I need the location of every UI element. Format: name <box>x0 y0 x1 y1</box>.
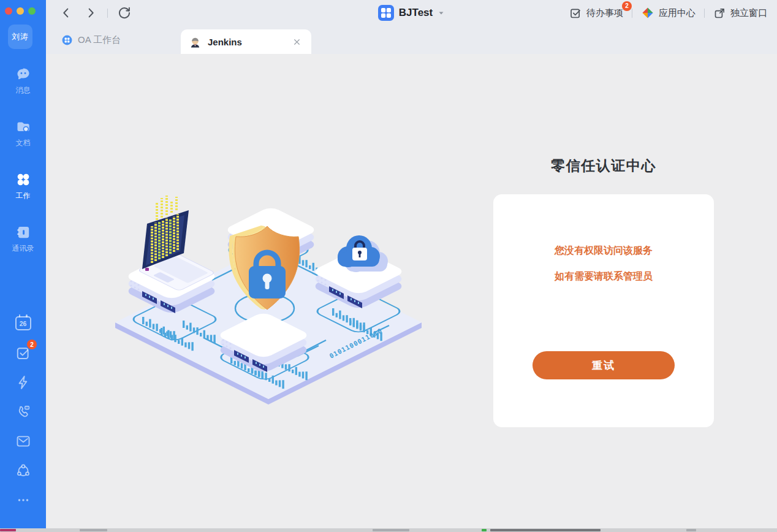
background-window-fragment <box>80 529 107 531</box>
error-message-line2: 如有需要请联系管理员 <box>493 270 714 283</box>
jenkins-icon <box>189 36 201 48</box>
lightning-icon <box>15 374 31 390</box>
nav-buttons <box>58 0 132 26</box>
background-window-fragment <box>482 529 487 531</box>
tab-bar: OA 工作台 Jenkins <box>46 26 777 54</box>
folder-icon <box>15 119 31 135</box>
forward-icon <box>84 6 97 20</box>
calendar-icon: 26 <box>15 316 31 330</box>
ellipsis-icon <box>15 492 31 508</box>
more-button[interactable] <box>15 492 31 508</box>
divider <box>704 9 705 18</box>
tab-oa-workspace[interactable]: OA 工作台 <box>61 26 121 54</box>
chat-icon <box>15 66 31 82</box>
chevron-down-icon <box>438 9 445 17</box>
forward-button[interactable] <box>83 5 99 21</box>
sidebar-item-label: 文档 <box>16 138 31 148</box>
avatar[interactable]: 刘涛 <box>8 25 32 49</box>
workspace-name: BJTest <box>399 7 433 19</box>
workflow-button[interactable] <box>15 374 31 390</box>
standalone-window-label: 独立窗口 <box>730 7 767 19</box>
page-content: 0101100011010 <box>46 54 777 528</box>
checkbox-icon <box>569 7 582 20</box>
sidebar-item-label: 工作 <box>16 191 31 201</box>
tab-jenkins-label: Jenkins <box>208 37 242 47</box>
sidebar-item-messages[interactable]: 消息 <box>0 60 46 102</box>
tab-oa-label: OA 工作台 <box>78 34 121 46</box>
todo-items-badge: 2 <box>622 1 632 11</box>
topbar: BJTest 待办事项 2 <box>46 0 777 26</box>
sidebar: 刘涛 消息 文档 工作 <box>0 0 46 528</box>
clover-icon <box>15 172 31 188</box>
sidebar-tools: 26 2 <box>0 315 46 508</box>
network-icon <box>15 463 31 479</box>
refresh-icon <box>117 6 132 20</box>
community-button[interactable] <box>15 462 31 479</box>
window-controls <box>5 7 36 15</box>
retry-button[interactable]: 重试 <box>533 351 675 379</box>
app-window: 刘涛 消息 文档 工作 <box>0 0 777 532</box>
phone-video-icon <box>15 404 31 420</box>
background-window-fragment <box>373 529 409 531</box>
sidebar-nav: 消息 文档 工作 <box>0 60 46 271</box>
calendar-button[interactable]: 26 <box>15 315 31 332</box>
sidebar-item-contacts[interactable]: 通讯录 <box>0 218 46 260</box>
error-message-line1: 您没有权限访问该服务 <box>493 245 714 257</box>
todo-button[interactable]: 2 <box>15 344 31 361</box>
zoom-window-button[interactable] <box>28 7 36 15</box>
page-title: 零信任认证中心 <box>493 156 714 175</box>
workspace-switcher[interactable]: BJTest <box>378 5 445 21</box>
close-icon <box>292 37 301 47</box>
tab-close-button[interactable] <box>290 36 303 48</box>
background-window-strip <box>0 528 777 532</box>
divider <box>107 9 108 18</box>
sidebar-item-label: 消息 <box>16 85 31 96</box>
video-call-button[interactable] <box>15 403 31 420</box>
zero-trust-illustration: 0101100011010 <box>110 180 426 405</box>
tab-jenkins[interactable]: Jenkins <box>181 29 311 54</box>
sidebar-item-docs[interactable]: 文档 <box>0 113 46 154</box>
back-button[interactable] <box>58 5 74 21</box>
topbar-actions: 待办事项 2 应用中心 <box>569 0 767 26</box>
mail-icon <box>15 433 31 449</box>
sidebar-item-work[interactable]: 工作 <box>0 165 46 207</box>
back-icon <box>59 6 73 20</box>
minimize-window-button[interactable] <box>17 7 24 15</box>
app-center-button[interactable]: 应用中心 <box>641 6 696 20</box>
mail-button[interactable] <box>15 433 31 449</box>
open-window-icon <box>713 7 726 20</box>
oa-workspace-icon <box>61 34 73 46</box>
workspace-grid-icon <box>378 5 394 21</box>
todo-items-label: 待办事项 <box>586 7 623 19</box>
app-center-pinwheel-icon <box>641 6 654 20</box>
calendar-day: 26 <box>20 320 27 327</box>
close-window-button[interactable] <box>5 7 12 15</box>
auth-error-card: 您没有权限访问该服务 如有需要请联系管理员 重试 <box>493 194 714 427</box>
divider <box>632 9 632 18</box>
todo-badge: 2 <box>27 340 37 349</box>
app-center-label: 应用中心 <box>659 7 696 19</box>
contacts-icon <box>15 224 31 240</box>
refresh-button[interactable] <box>116 5 132 21</box>
header: BJTest 待办事项 2 <box>46 0 777 54</box>
background-window-fragment <box>686 529 696 531</box>
standalone-window-button[interactable]: 独立窗口 <box>713 7 767 20</box>
todo-items-button[interactable]: 待办事项 2 <box>569 7 623 20</box>
sidebar-item-label: 通讯录 <box>12 243 34 254</box>
background-window-fragment <box>490 529 601 531</box>
background-window-fragment <box>0 529 16 531</box>
